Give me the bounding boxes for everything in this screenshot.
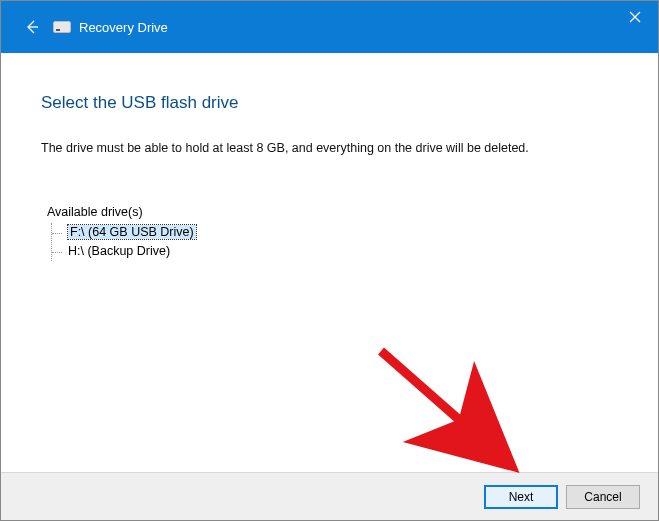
annotation-arrow-icon [371, 341, 541, 491]
wizard-content: Select the USB flash drive The drive mus… [1, 53, 658, 261]
drive-icon [53, 21, 71, 33]
titlebar: Recovery Drive [1, 1, 658, 53]
next-button[interactable]: Next [484, 485, 558, 509]
back-button[interactable] [21, 16, 43, 38]
available-drives-label: Available drive(s) [47, 205, 618, 219]
drive-item-label: F:\ (64 GB USB Drive) [68, 225, 196, 239]
window-title: Recovery Drive [79, 20, 168, 35]
cancel-button[interactable]: Cancel [566, 485, 640, 509]
drive-item[interactable]: F:\ (64 GB USB Drive) [52, 223, 618, 242]
page-heading: Select the USB flash drive [41, 93, 618, 113]
back-arrow-icon [24, 19, 40, 35]
button-bar: Next Cancel [1, 472, 658, 520]
drive-tree: F:\ (64 GB USB Drive) H:\ (Backup Drive) [51, 223, 618, 261]
drive-item-label: H:\ (Backup Drive) [68, 244, 170, 258]
close-button[interactable] [612, 1, 658, 33]
drive-item[interactable]: H:\ (Backup Drive) [52, 242, 618, 261]
instruction-text: The drive must be able to hold at least … [41, 141, 618, 155]
close-icon [629, 11, 641, 23]
svg-line-3 [381, 351, 506, 461]
